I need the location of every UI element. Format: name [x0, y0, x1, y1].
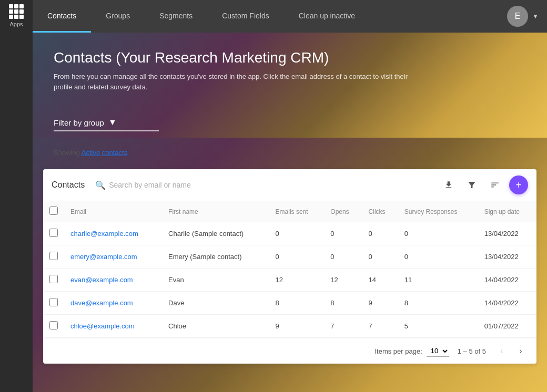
items-per-page-select[interactable]: 10 25 50 [427, 345, 449, 357]
cell-sign-up-date: 14/04/2022 [478, 292, 536, 315]
pagination: Items per page: 10 25 50 1 – 5 of 5 ‹ › [43, 338, 536, 364]
cell-first-name: Emery (Sample contact) [162, 245, 269, 269]
content-area: Contacts (Your Research Marketing CRM) F… [33, 33, 547, 392]
search-wrapper: 🔍 [95, 180, 433, 190]
filter-by-group-dropdown[interactable]: Filter by group ▼ [54, 115, 159, 131]
active-contacts-link[interactable]: Active contacts [82, 149, 127, 157]
cell-clicks: 7 [362, 315, 398, 338]
avatar-dropdown-chevron[interactable]: ▼ [532, 13, 539, 20]
row-checkbox[interactable] [49, 298, 58, 306]
email-link[interactable]: evan@example.com [70, 276, 133, 284]
cell-emails-sent: 8 [269, 292, 325, 315]
filter-chevron-icon: ▼ [108, 118, 117, 127]
apps-grid-icon [9, 4, 24, 19]
header-opens: Opens [324, 201, 362, 222]
header-first-name: First name [162, 201, 269, 222]
email-link[interactable]: chloe@example.com [70, 322, 135, 330]
add-contact-button[interactable]: + [509, 176, 528, 194]
table-row: dave@example.com Dave 8 8 9 8 14/04/2022 [43, 292, 536, 315]
cell-emails-sent: 12 [269, 269, 325, 292]
cell-email: evan@example.com [64, 269, 162, 292]
email-link[interactable]: charlie@example.com [70, 230, 138, 238]
cell-opens: 12 [324, 269, 362, 292]
download-button[interactable] [440, 176, 458, 194]
hero-section: Contacts (Your Research Marketing CRM) F… [33, 33, 547, 138]
cell-opens: 8 [324, 292, 362, 315]
cell-opens: 0 [324, 222, 362, 245]
cell-email: emery@example.com [64, 245, 162, 269]
sort-button[interactable] [486, 176, 504, 194]
cell-email: dave@example.com [64, 292, 162, 315]
items-per-page: Items per page: 10 25 50 [374, 345, 449, 357]
cell-survey-responses: 11 [398, 269, 478, 292]
cell-emails-sent: 0 [269, 222, 325, 245]
cell-sign-up-date: 14/04/2022 [478, 269, 536, 292]
header-actions: + [440, 176, 528, 194]
filter-button[interactable] [463, 176, 481, 194]
header-clicks: Clicks [362, 201, 398, 222]
cell-first-name: Dave [162, 292, 269, 315]
cell-survey-responses: 0 [398, 222, 478, 245]
avatar[interactable]: E [507, 6, 528, 27]
nav-tabs: Contacts Groups Segments Custom Fields C… [33, 0, 507, 33]
main-content: Contacts Groups Segments Custom Fields C… [33, 0, 547, 392]
cell-first-name: Chloe [162, 315, 269, 338]
card-title: Contacts [52, 180, 85, 190]
page-range: 1 – 5 of 5 [458, 347, 486, 355]
topnav-right: E ▼ [507, 0, 547, 33]
email-link[interactable]: emery@example.com [70, 253, 137, 261]
cell-first-name: Charlie (Sample contact) [162, 222, 269, 245]
cell-clicks: 0 [362, 222, 398, 245]
sidebar: Apps [0, 0, 33, 392]
cell-clicks: 0 [362, 245, 398, 269]
top-navigation: Contacts Groups Segments Custom Fields C… [33, 0, 547, 33]
tab-custom-fields[interactable]: Custom Fields [207, 0, 283, 33]
row-checkbox-cell [43, 222, 64, 245]
search-icon: 🔍 [95, 180, 106, 190]
next-page-button[interactable]: › [513, 344, 528, 358]
row-checkbox[interactable] [49, 229, 58, 237]
filter-section: Filter by group ▼ [33, 100, 180, 138]
select-all-checkbox[interactable] [49, 207, 58, 215]
cell-emails-sent: 0 [269, 245, 325, 269]
row-checkbox[interactable] [49, 275, 58, 283]
cell-clicks: 14 [362, 269, 398, 292]
table-row: charlie@example.com Charlie (Sample cont… [43, 222, 536, 245]
card-header: Contacts 🔍 + [43, 169, 536, 201]
cell-survey-responses: 5 [398, 315, 478, 338]
row-checkbox-cell [43, 245, 64, 269]
contacts-table: Email First name Emails sent Opens Click… [43, 201, 536, 338]
search-input[interactable] [109, 181, 433, 189]
table-row: chloe@example.com Chloe 9 7 7 5 01/07/20… [43, 315, 536, 338]
row-checkbox[interactable] [49, 252, 58, 260]
page-title: Contacts (Your Research Marketing CRM) [54, 49, 526, 66]
cell-survey-responses: 0 [398, 245, 478, 269]
hero-description: From here you can manage all the contact… [54, 71, 422, 92]
tab-segments[interactable]: Segments [145, 0, 207, 33]
row-checkbox-cell [43, 269, 64, 292]
tab-clean-up-inactive[interactable]: Clean up inactive [284, 0, 370, 33]
prev-page-button[interactable]: ‹ [494, 344, 509, 358]
sidebar-apps-button[interactable]: Apps [9, 4, 24, 27]
row-checkbox-cell [43, 292, 64, 315]
email-link[interactable]: dave@example.com [70, 299, 133, 307]
cell-first-name: Evan [162, 269, 269, 292]
header-survey-responses: Survey Responses [398, 201, 478, 222]
cell-opens: 0 [324, 245, 362, 269]
header-sign-up-date: Sign up date [478, 201, 536, 222]
apps-label: Apps [9, 21, 23, 27]
cell-survey-responses: 8 [398, 292, 478, 315]
contacts-card: Contacts 🔍 + [43, 169, 536, 364]
tab-contacts[interactable]: Contacts [33, 0, 91, 33]
row-checkbox-cell [43, 315, 64, 338]
header-emails-sent: Emails sent [269, 201, 325, 222]
table-row: evan@example.com Evan 12 12 14 11 14/04/… [43, 269, 536, 292]
cell-sign-up-date: 01/07/2022 [478, 315, 536, 338]
tab-groups[interactable]: Groups [91, 0, 145, 33]
cell-emails-sent: 9 [269, 315, 325, 338]
header-checkbox-cell [43, 201, 64, 222]
items-per-page-label: Items per page: [374, 347, 422, 355]
showing-bar: Showing Active contacts [54, 149, 127, 157]
row-checkbox[interactable] [49, 321, 58, 329]
page-navigation: ‹ › [494, 344, 528, 358]
